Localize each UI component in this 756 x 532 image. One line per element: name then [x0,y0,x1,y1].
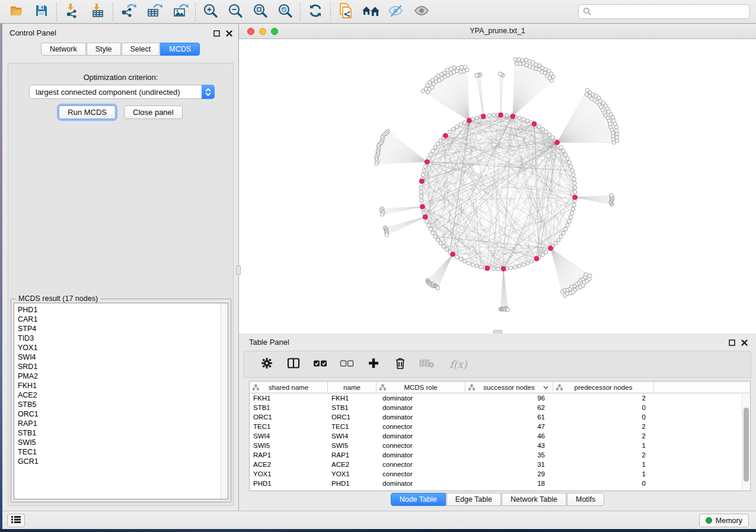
network-leaf-node[interactable] [385,233,388,236]
network-leaf-node[interactable] [515,62,518,65]
table-row-ACE2[interactable]: ACE2ACE2connector311 [250,460,750,469]
network-node[interactable] [459,258,462,261]
mcds-result-item[interactable]: STB5 [18,400,228,409]
search-input[interactable] [578,4,750,19]
mcds-result-item[interactable]: ORC1 [18,409,228,419]
network-node[interactable] [572,207,575,211]
network-node[interactable] [463,121,467,124]
network-leaf-node[interactable] [517,57,521,61]
function-builder-button[interactable]: f(x) [445,354,471,374]
close-panel-icon[interactable] [226,28,232,39]
network-node[interactable] [526,261,529,265]
network-leaf-node[interactable] [610,194,613,197]
network-node[interactable] [439,139,442,142]
network-node[interactable] [567,161,571,164]
network-node[interactable] [429,227,432,231]
network-leaf-node[interactable] [584,273,588,276]
mcds-result-item[interactable]: TID3 [18,334,228,343]
float-panel-icon[interactable] [729,338,735,348]
table-row-YOX1[interactable]: YOX1YOX1connector291 [250,469,750,479]
network-mcds-hub-node[interactable] [481,114,486,119]
network-node[interactable] [429,153,432,156]
network-leaf-node[interactable] [521,59,524,62]
refresh-layout-button[interactable] [305,2,326,22]
network-node[interactable] [439,242,442,245]
tab-network[interactable]: Network [41,43,86,56]
network-node[interactable] [559,235,563,238]
mcds-result-item[interactable]: STB1 [18,428,228,438]
column-header-shared-name[interactable]: shared name [250,382,328,393]
open-file-button[interactable] [6,2,27,22]
network-node[interactable] [419,194,423,198]
import-network-button[interactable] [61,2,82,22]
zoom-selected-button[interactable] [275,2,296,22]
column-header-MCDS-role[interactable]: MCDS role [377,382,465,393]
network-node[interactable] [573,186,577,190]
network-node[interactable] [566,223,569,227]
mcds-result-item[interactable]: YOX1 [18,343,228,352]
network-mcds-hub-node[interactable] [443,133,448,138]
network-mcds-hub-node[interactable] [573,195,578,200]
network-leaf-node[interactable] [585,93,588,97]
network-node[interactable] [541,127,544,131]
network-node[interactable] [548,133,551,136]
network-node[interactable] [569,165,573,168]
network-node[interactable] [436,238,439,242]
tab-mcds[interactable]: MCDS [160,43,200,56]
show-columns-button[interactable] [285,354,302,374]
network-leaf-node[interactable] [615,129,618,132]
network-node[interactable] [425,220,429,223]
mcds-list-scrollbar[interactable] [221,303,228,499]
network-mcds-hub-node[interactable] [501,267,506,271]
network-node[interactable] [529,259,533,263]
network-leaf-node[interactable] [513,57,517,61]
network-leaf-node[interactable] [615,139,619,143]
mcds-result-item[interactable]: ACE2 [18,390,228,400]
mcds-result-item[interactable]: PHD1 [18,305,228,315]
tab-edge-table[interactable]: Edge Table [446,493,501,506]
tab-motifs[interactable]: Motifs [567,493,604,506]
mcds-result-item[interactable]: CAR1 [18,315,228,324]
network-node[interactable] [570,211,574,215]
network-node[interactable] [423,165,427,168]
network-node[interactable] [541,253,544,257]
network-node[interactable] [492,113,496,117]
network-leaf-node[interactable] [506,308,509,312]
export-network-button[interactable] [117,2,139,22]
network-mcds-hub-node[interactable] [425,159,429,164]
column-header-predecessor-nodes[interactable]: predecessor nodes [553,382,654,393]
mcds-result-item[interactable]: SRD1 [18,362,228,371]
network-window-titlebar[interactable]: YPA_prune.txt_1 [239,24,756,39]
network-node[interactable] [420,199,423,203]
network-leaf-node[interactable] [375,162,378,165]
network-node[interactable] [442,245,445,248]
network-node[interactable] [569,216,573,219]
network-leaf-node[interactable] [498,72,502,76]
network-mcds-hub-node[interactable] [555,140,560,145]
network-node[interactable] [475,264,479,268]
mcds-result-item[interactable]: SWI4 [18,352,228,362]
table-scrollbar-thumb[interactable] [744,408,749,482]
show-all-button[interactable] [411,2,432,22]
table-scrollbar[interactable] [742,395,749,490]
network-node[interactable] [431,231,435,235]
network-node[interactable] [436,142,439,146]
table-row-STB1[interactable]: STB1STB1dominator620 [250,403,750,412]
export-image-button[interactable] [170,2,191,22]
mcds-result-item[interactable]: FKH1 [18,381,228,390]
network-leaf-node[interactable] [449,67,452,70]
network-node[interactable] [544,130,548,133]
network-node[interactable] [572,203,576,207]
mcds-result-item[interactable]: TEC1 [18,447,228,457]
network-node[interactable] [445,248,448,251]
network-leaf-node[interactable] [585,88,589,92]
network-node[interactable] [513,265,517,269]
mcds-result-item[interactable]: RAP1 [18,419,228,428]
first-neighbors-button[interactable] [360,2,381,22]
network-leaf-node[interactable] [426,84,429,87]
network-leaf-node[interactable] [426,91,429,94]
network-node[interactable] [421,173,425,177]
network-node[interactable] [455,125,459,129]
table-row-RAP1[interactable]: RAP1RAP1dominator352 [250,450,750,460]
network-node[interactable] [537,125,541,129]
